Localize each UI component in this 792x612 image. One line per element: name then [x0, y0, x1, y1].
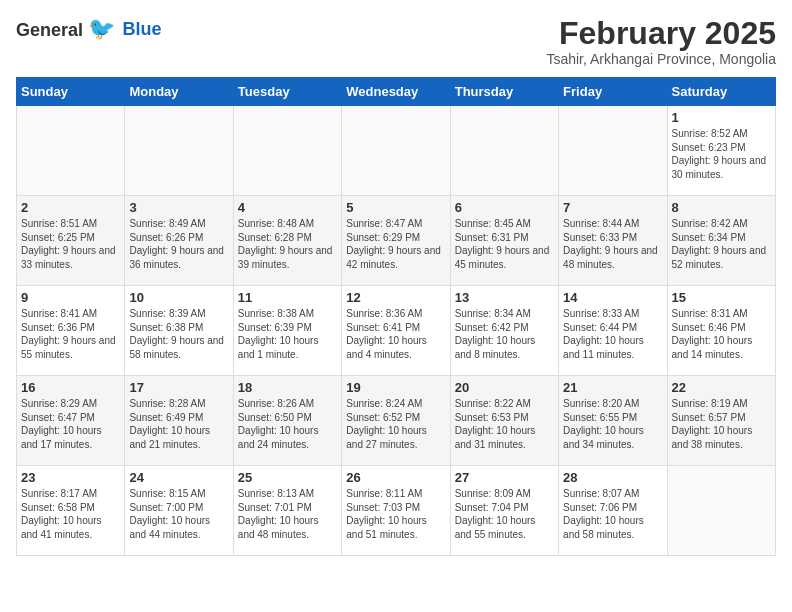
- day-info: Sunrise: 8:29 AM Sunset: 6:47 PM Dayligh…: [21, 397, 120, 451]
- weekday-header-saturday: Saturday: [667, 78, 775, 106]
- calendar-cell: [125, 106, 233, 196]
- day-number: 17: [129, 380, 228, 395]
- day-info: Sunrise: 8:33 AM Sunset: 6:44 PM Dayligh…: [563, 307, 662, 361]
- calendar-week-row: 16Sunrise: 8:29 AM Sunset: 6:47 PM Dayli…: [17, 376, 776, 466]
- calendar-week-row: 9Sunrise: 8:41 AM Sunset: 6:36 PM Daylig…: [17, 286, 776, 376]
- calendar-cell: 9Sunrise: 8:41 AM Sunset: 6:36 PM Daylig…: [17, 286, 125, 376]
- day-number: 22: [672, 380, 771, 395]
- day-number: 2: [21, 200, 120, 215]
- day-number: 7: [563, 200, 662, 215]
- day-number: 28: [563, 470, 662, 485]
- day-number: 10: [129, 290, 228, 305]
- day-info: Sunrise: 8:38 AM Sunset: 6:39 PM Dayligh…: [238, 307, 337, 361]
- day-info: Sunrise: 8:22 AM Sunset: 6:53 PM Dayligh…: [455, 397, 554, 451]
- calendar-cell: 1Sunrise: 8:52 AM Sunset: 6:23 PM Daylig…: [667, 106, 775, 196]
- calendar-cell: 24Sunrise: 8:15 AM Sunset: 7:00 PM Dayli…: [125, 466, 233, 556]
- day-number: 20: [455, 380, 554, 395]
- day-info: Sunrise: 8:13 AM Sunset: 7:01 PM Dayligh…: [238, 487, 337, 541]
- day-info: Sunrise: 8:34 AM Sunset: 6:42 PM Dayligh…: [455, 307, 554, 361]
- day-number: 9: [21, 290, 120, 305]
- weekday-header-monday: Monday: [125, 78, 233, 106]
- calendar-cell: [667, 466, 775, 556]
- day-number: 3: [129, 200, 228, 215]
- day-number: 24: [129, 470, 228, 485]
- calendar-cell: [559, 106, 667, 196]
- calendar-cell: 13Sunrise: 8:34 AM Sunset: 6:42 PM Dayli…: [450, 286, 558, 376]
- day-info: Sunrise: 8:17 AM Sunset: 6:58 PM Dayligh…: [21, 487, 120, 541]
- calendar-cell: 17Sunrise: 8:28 AM Sunset: 6:49 PM Dayli…: [125, 376, 233, 466]
- calendar-cell: [233, 106, 341, 196]
- day-info: Sunrise: 8:15 AM Sunset: 7:00 PM Dayligh…: [129, 487, 228, 541]
- weekday-header-friday: Friday: [559, 78, 667, 106]
- day-info: Sunrise: 8:45 AM Sunset: 6:31 PM Dayligh…: [455, 217, 554, 271]
- calendar-cell: 8Sunrise: 8:42 AM Sunset: 6:34 PM Daylig…: [667, 196, 775, 286]
- day-info: Sunrise: 8:42 AM Sunset: 6:34 PM Dayligh…: [672, 217, 771, 271]
- day-number: 11: [238, 290, 337, 305]
- day-info: Sunrise: 8:20 AM Sunset: 6:55 PM Dayligh…: [563, 397, 662, 451]
- day-info: Sunrise: 8:26 AM Sunset: 6:50 PM Dayligh…: [238, 397, 337, 451]
- logo: General 🐦 Blue: [16, 16, 162, 42]
- calendar-cell: [450, 106, 558, 196]
- day-number: 25: [238, 470, 337, 485]
- calendar-cell: 12Sunrise: 8:36 AM Sunset: 6:41 PM Dayli…: [342, 286, 450, 376]
- calendar-cell: 19Sunrise: 8:24 AM Sunset: 6:52 PM Dayli…: [342, 376, 450, 466]
- calendar-cell: 16Sunrise: 8:29 AM Sunset: 6:47 PM Dayli…: [17, 376, 125, 466]
- calendar-cell: 14Sunrise: 8:33 AM Sunset: 6:44 PM Dayli…: [559, 286, 667, 376]
- day-info: Sunrise: 8:44 AM Sunset: 6:33 PM Dayligh…: [563, 217, 662, 271]
- logo-blue: Blue: [123, 19, 162, 40]
- calendar-cell: 26Sunrise: 8:11 AM Sunset: 7:03 PM Dayli…: [342, 466, 450, 556]
- day-info: Sunrise: 8:11 AM Sunset: 7:03 PM Dayligh…: [346, 487, 445, 541]
- day-info: Sunrise: 8:36 AM Sunset: 6:41 PM Dayligh…: [346, 307, 445, 361]
- day-number: 4: [238, 200, 337, 215]
- day-info: Sunrise: 8:39 AM Sunset: 6:38 PM Dayligh…: [129, 307, 228, 361]
- logo-bird-icon: 🐦: [88, 16, 115, 41]
- calendar-cell: 7Sunrise: 8:44 AM Sunset: 6:33 PM Daylig…: [559, 196, 667, 286]
- calendar-cell: 27Sunrise: 8:09 AM Sunset: 7:04 PM Dayli…: [450, 466, 558, 556]
- calendar-week-row: 2Sunrise: 8:51 AM Sunset: 6:25 PM Daylig…: [17, 196, 776, 286]
- calendar-cell: 5Sunrise: 8:47 AM Sunset: 6:29 PM Daylig…: [342, 196, 450, 286]
- calendar-header-row: SundayMondayTuesdayWednesdayThursdayFrid…: [17, 78, 776, 106]
- day-number: 27: [455, 470, 554, 485]
- calendar-cell: 11Sunrise: 8:38 AM Sunset: 6:39 PM Dayli…: [233, 286, 341, 376]
- day-info: Sunrise: 8:48 AM Sunset: 6:28 PM Dayligh…: [238, 217, 337, 271]
- day-info: Sunrise: 8:51 AM Sunset: 6:25 PM Dayligh…: [21, 217, 120, 271]
- calendar-cell: 25Sunrise: 8:13 AM Sunset: 7:01 PM Dayli…: [233, 466, 341, 556]
- day-info: Sunrise: 8:24 AM Sunset: 6:52 PM Dayligh…: [346, 397, 445, 451]
- day-number: 8: [672, 200, 771, 215]
- day-info: Sunrise: 8:19 AM Sunset: 6:57 PM Dayligh…: [672, 397, 771, 451]
- calendar-cell: 6Sunrise: 8:45 AM Sunset: 6:31 PM Daylig…: [450, 196, 558, 286]
- weekday-header-tuesday: Tuesday: [233, 78, 341, 106]
- calendar-cell: 2Sunrise: 8:51 AM Sunset: 6:25 PM Daylig…: [17, 196, 125, 286]
- day-number: 5: [346, 200, 445, 215]
- weekday-header-sunday: Sunday: [17, 78, 125, 106]
- day-number: 12: [346, 290, 445, 305]
- calendar-cell: 15Sunrise: 8:31 AM Sunset: 6:46 PM Dayli…: [667, 286, 775, 376]
- day-info: Sunrise: 8:28 AM Sunset: 6:49 PM Dayligh…: [129, 397, 228, 451]
- calendar-cell: 3Sunrise: 8:49 AM Sunset: 6:26 PM Daylig…: [125, 196, 233, 286]
- day-number: 14: [563, 290, 662, 305]
- calendar-cell: 28Sunrise: 8:07 AM Sunset: 7:06 PM Dayli…: [559, 466, 667, 556]
- calendar-cell: 4Sunrise: 8:48 AM Sunset: 6:28 PM Daylig…: [233, 196, 341, 286]
- calendar-week-row: 23Sunrise: 8:17 AM Sunset: 6:58 PM Dayli…: [17, 466, 776, 556]
- day-number: 19: [346, 380, 445, 395]
- day-info: Sunrise: 8:49 AM Sunset: 6:26 PM Dayligh…: [129, 217, 228, 271]
- logo-general: General: [16, 20, 83, 40]
- day-info: Sunrise: 8:41 AM Sunset: 6:36 PM Dayligh…: [21, 307, 120, 361]
- calendar-cell: 10Sunrise: 8:39 AM Sunset: 6:38 PM Dayli…: [125, 286, 233, 376]
- weekday-header-wednesday: Wednesday: [342, 78, 450, 106]
- day-number: 13: [455, 290, 554, 305]
- calendar-cell: 20Sunrise: 8:22 AM Sunset: 6:53 PM Dayli…: [450, 376, 558, 466]
- calendar-cell: [17, 106, 125, 196]
- title-area: February 2025 Tsahir, Arkhangai Province…: [546, 16, 776, 67]
- day-number: 16: [21, 380, 120, 395]
- calendar-cell: 21Sunrise: 8:20 AM Sunset: 6:55 PM Dayli…: [559, 376, 667, 466]
- page-header: General 🐦 Blue February 2025 Tsahir, Ark…: [16, 16, 776, 67]
- day-number: 18: [238, 380, 337, 395]
- day-number: 26: [346, 470, 445, 485]
- calendar-body: 1Sunrise: 8:52 AM Sunset: 6:23 PM Daylig…: [17, 106, 776, 556]
- calendar-week-row: 1Sunrise: 8:52 AM Sunset: 6:23 PM Daylig…: [17, 106, 776, 196]
- calendar-cell: 22Sunrise: 8:19 AM Sunset: 6:57 PM Dayli…: [667, 376, 775, 466]
- day-info: Sunrise: 8:47 AM Sunset: 6:29 PM Dayligh…: [346, 217, 445, 271]
- day-number: 6: [455, 200, 554, 215]
- calendar-cell: 23Sunrise: 8:17 AM Sunset: 6:58 PM Dayli…: [17, 466, 125, 556]
